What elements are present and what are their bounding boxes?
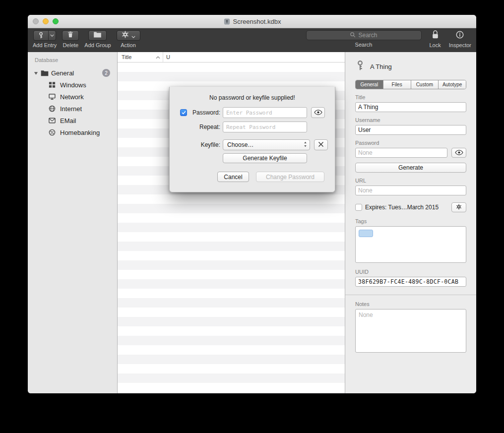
column-username-label: U xyxy=(166,54,170,60)
tag-chip[interactable] xyxy=(359,230,373,237)
sidebar-item-windows[interactable]: Windows xyxy=(28,79,117,91)
keyfile-row: Keyfile: Choose… xyxy=(180,139,335,150)
eye-icon xyxy=(455,149,463,157)
minimize-button[interactable] xyxy=(43,18,49,24)
chevron-down-icon[interactable] xyxy=(49,34,56,37)
sidebar-item-label: Homebanking xyxy=(60,129,100,136)
delete-label: Delete xyxy=(63,42,78,48)
tab-autotype[interactable]: Autotype xyxy=(439,80,466,89)
add-group-item: Add Group xyxy=(84,30,111,48)
action-item: Action xyxy=(117,30,140,48)
password-row: Password: xyxy=(180,107,335,118)
add-entry-item: Add Entry xyxy=(33,30,57,48)
repeat-row: Repeat: xyxy=(180,122,335,132)
repeat-label: Repeat: xyxy=(188,124,220,130)
password-dialog: No password or keyfile supplied! Passwor… xyxy=(169,87,335,192)
reveal-password-button[interactable] xyxy=(311,107,325,118)
cancel-button[interactable]: Cancel xyxy=(217,172,249,182)
key-plus-icon xyxy=(34,32,48,39)
column-header-title[interactable]: Title xyxy=(118,52,163,62)
action-label: Action xyxy=(121,42,136,48)
key-icon xyxy=(355,60,365,73)
sidebar-group-label: General xyxy=(51,69,74,77)
toolbar: Add Entry Delete Add Group xyxy=(28,28,476,52)
sort-ascending-icon xyxy=(156,54,160,60)
dialog-message: No password or keyfile supplied! xyxy=(170,87,335,107)
keyfile-label: Keyfile: xyxy=(188,141,220,148)
lock-label: Lock xyxy=(430,42,441,48)
tags-box[interactable] xyxy=(355,226,466,263)
gear-icon xyxy=(122,31,129,40)
repeat-input[interactable] xyxy=(223,122,307,132)
sidebar-item-homebanking[interactable]: Homebanking xyxy=(28,126,117,138)
add-group-label: Add Group xyxy=(84,42,111,48)
search-label: Search xyxy=(355,42,373,48)
lock-button[interactable] xyxy=(431,30,440,41)
title-field-label: Title xyxy=(355,94,466,100)
search-placeholder: Search xyxy=(358,32,377,39)
column-header-username[interactable]: U xyxy=(163,54,345,60)
password-input[interactable] xyxy=(223,107,307,118)
title-field[interactable] xyxy=(355,102,466,112)
change-password-button[interactable]: Change Password xyxy=(256,172,324,182)
gear-icon xyxy=(456,204,462,211)
keyfile-dropdown[interactable]: Choose… xyxy=(223,139,310,150)
document-proxy-icon xyxy=(223,18,231,25)
notes-label: Notes xyxy=(355,301,466,307)
dialog-buttons: Cancel Change Password xyxy=(170,172,335,182)
list-header: Title U xyxy=(118,52,345,62)
disclosure-triangle-icon[interactable] xyxy=(34,69,38,77)
tab-custom[interactable]: Custom xyxy=(411,80,439,89)
trash-icon xyxy=(67,31,74,40)
sidebar-item-label: Network xyxy=(60,93,84,101)
tab-files[interactable]: Files xyxy=(383,80,411,89)
sidebar-item-network[interactable]: Network xyxy=(28,91,117,103)
search-icon xyxy=(350,32,356,39)
tags-label: Tags xyxy=(355,218,466,224)
url-field-label: URL xyxy=(355,178,466,184)
action-button[interactable] xyxy=(117,30,140,41)
inspector-panel: A Thing General Files Custom Autotype Ti… xyxy=(345,52,476,393)
tab-general[interactable]: General xyxy=(356,80,383,89)
add-entry-button[interactable] xyxy=(33,30,56,41)
reveal-password-button[interactable] xyxy=(451,148,466,158)
generate-keyfile-button[interactable]: Generate Keyfile xyxy=(223,153,307,163)
lock-item: Lock xyxy=(430,30,441,48)
add-group-button[interactable] xyxy=(88,30,107,41)
close-button[interactable] xyxy=(33,18,39,24)
traffic-lights xyxy=(33,18,59,24)
search-item: Search Search xyxy=(306,30,422,48)
inspector-item: Inspector xyxy=(449,30,471,48)
sidebar-item-label: Windows xyxy=(60,81,86,89)
sidebar-group-general[interactable]: General 2 xyxy=(28,67,117,79)
monitor-icon xyxy=(48,93,56,100)
generate-password-button[interactable]: Generate xyxy=(355,163,466,173)
main-content: Database General 2 Windows xyxy=(28,52,476,393)
windows-icon xyxy=(48,81,56,88)
uuid-label: UUID xyxy=(355,269,466,275)
password-label: Password: xyxy=(188,109,220,116)
delete-button[interactable] xyxy=(62,30,79,41)
expires-settings-button[interactable] xyxy=(451,202,466,212)
notes-field[interactable] xyxy=(355,309,466,353)
entry-title: A Thing xyxy=(370,63,392,70)
password-field[interactable] xyxy=(355,148,447,158)
clear-keyfile-button[interactable] xyxy=(314,139,328,150)
envelope-icon xyxy=(48,118,56,124)
sidebar-header: Database xyxy=(28,57,117,67)
sidebar-item-internet[interactable]: Internet xyxy=(28,103,117,115)
window-title: Screenshot.kdbx xyxy=(233,18,281,25)
search-input[interactable]: Search xyxy=(306,30,422,40)
uuid-field[interactable] xyxy=(355,277,466,287)
url-field[interactable] xyxy=(355,186,466,195)
expires-checkbox[interactable] xyxy=(355,204,362,211)
password-checkbox[interactable] xyxy=(180,109,187,116)
chevron-down-icon xyxy=(131,31,135,40)
titlebar[interactable]: Screenshot.kdbx xyxy=(28,15,476,28)
username-field[interactable] xyxy=(355,125,466,135)
zoom-button[interactable] xyxy=(53,18,59,24)
inspector-button[interactable] xyxy=(455,30,464,41)
folder-icon xyxy=(41,70,49,76)
sidebar-item-email[interactable]: EMail xyxy=(28,115,117,126)
info-icon xyxy=(455,30,464,41)
